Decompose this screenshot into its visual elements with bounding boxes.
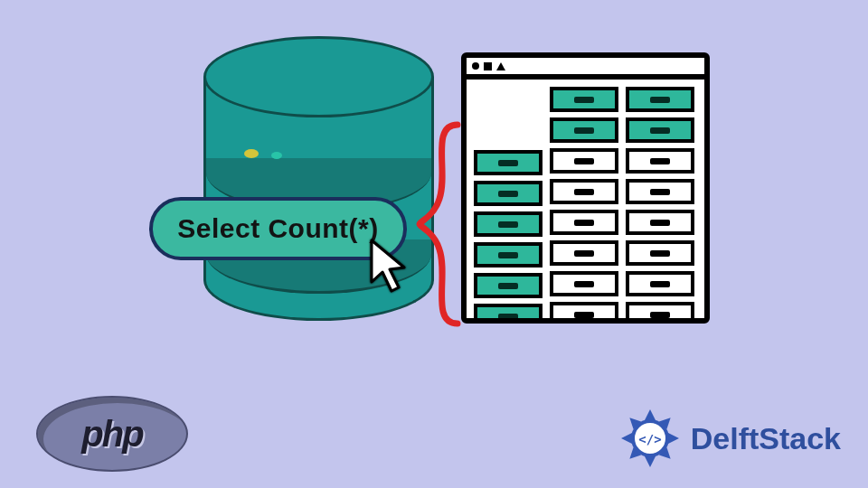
header-cell bbox=[474, 211, 542, 237]
header-cell bbox=[550, 87, 618, 112]
table-cell bbox=[626, 302, 694, 324]
table-column bbox=[626, 87, 694, 324]
table-area bbox=[467, 80, 704, 324]
cursor-arrow-icon bbox=[366, 237, 417, 298]
table-cell bbox=[550, 210, 618, 235]
brand-logo: </> DelftStack bbox=[618, 407, 841, 470]
diagram-canvas: Select Count(*) php </> bbox=[0, 0, 868, 488]
pill-label: Select Count(*) bbox=[177, 213, 379, 244]
table-cell bbox=[550, 302, 618, 324]
php-logo: php bbox=[36, 396, 188, 472]
table-cell bbox=[626, 240, 694, 266]
db-top bbox=[203, 36, 434, 117]
header-cell bbox=[474, 273, 542, 298]
header-cell bbox=[474, 150, 542, 175]
table-cell bbox=[550, 271, 618, 296]
header-cell bbox=[626, 87, 694, 112]
header-cell bbox=[474, 242, 542, 267]
table-cell bbox=[626, 271, 694, 296]
svg-marker-0 bbox=[645, 409, 656, 420]
table-column bbox=[550, 87, 618, 324]
window-control-icon bbox=[472, 62, 479, 70]
browser-window bbox=[461, 52, 710, 324]
table-cell bbox=[550, 179, 618, 204]
window-control-icon bbox=[484, 62, 492, 70]
table-cell bbox=[626, 148, 694, 174]
table-cell bbox=[550, 148, 618, 174]
db-indicator-dot bbox=[244, 149, 259, 158]
data-table bbox=[474, 87, 697, 324]
table-column bbox=[474, 150, 542, 324]
table-cell bbox=[626, 210, 694, 235]
header-cell bbox=[474, 304, 542, 324]
window-control-icon bbox=[496, 62, 505, 70]
table-cell bbox=[550, 240, 618, 266]
table-cell bbox=[626, 179, 694, 204]
svg-marker-6 bbox=[621, 433, 632, 444]
header-cell bbox=[550, 117, 618, 143]
svg-marker-4 bbox=[645, 456, 656, 467]
php-logo-text: php bbox=[81, 414, 142, 455]
svg-text:</>: </> bbox=[638, 432, 661, 446]
svg-marker-2 bbox=[668, 433, 679, 444]
brand-name: DelftStack bbox=[691, 421, 841, 456]
header-cell bbox=[474, 181, 542, 206]
db-indicator-dot bbox=[271, 152, 282, 159]
header-cell bbox=[626, 117, 694, 143]
window-titlebar bbox=[467, 58, 704, 80]
curly-brace-icon bbox=[414, 117, 468, 330]
brand-emblem-icon: </> bbox=[618, 407, 682, 470]
